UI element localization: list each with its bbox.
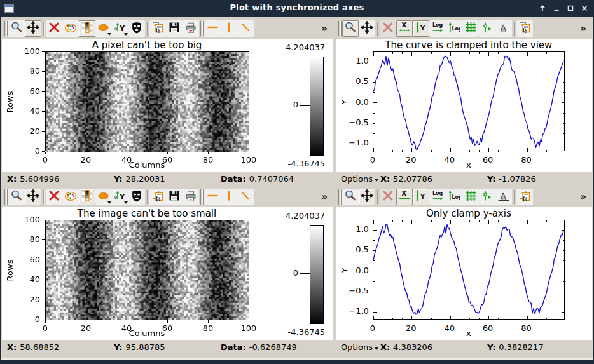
options-menu-button[interactable]: Options <box>341 174 380 184</box>
y-tick-label: −1.0 <box>343 306 369 316</box>
pan-button[interactable] <box>359 189 375 205</box>
vertical-cursor-button[interactable] <box>221 189 237 205</box>
grid-icon <box>464 21 477 36</box>
curve-markers-button[interactable] <box>479 189 495 205</box>
grid-icon <box>464 189 477 204</box>
toolbar-handle[interactable] <box>340 189 342 205</box>
save-button[interactable] <box>166 20 183 37</box>
x-log-scale-button[interactable]: Log <box>429 20 446 37</box>
copy-to-clipboard-button[interactable] <box>149 189 166 205</box>
toolbar-separator <box>147 22 148 36</box>
contrast-adjust-button[interactable] <box>79 189 95 205</box>
image-canvas[interactable] <box>46 220 249 320</box>
horizontal-cursor-button[interactable] <box>204 20 221 37</box>
delete-item-button[interactable] <box>380 20 396 37</box>
toolbar-overflow-button[interactable]: » <box>315 23 333 34</box>
status-item-label: Y: <box>114 174 122 184</box>
print-button[interactable] <box>183 20 199 37</box>
plot-toolbar: X Y Log Log » <box>336 186 592 207</box>
toolbar-handle[interactable] <box>202 189 204 205</box>
average-cross-section-button[interactable]: 0 Y <box>112 20 128 37</box>
options-menu-button[interactable]: Options <box>341 342 380 352</box>
curve-antialiasing-button[interactable] <box>495 189 512 205</box>
toolbar-handle[interactable] <box>202 21 204 36</box>
save-button[interactable] <box>166 189 183 205</box>
image-mask-button[interactable] <box>128 20 145 37</box>
vertical-cursor-button[interactable] <box>221 20 237 37</box>
toolbar-handle[interactable] <box>338 189 339 205</box>
x-axis-autoscale-button[interactable]: X <box>396 20 413 37</box>
image-canvas[interactable] <box>46 52 249 152</box>
minimize-button[interactable] <box>551 4 561 13</box>
oblique-cursor-button[interactable] <box>237 20 254 37</box>
delete-item-button[interactable] <box>380 189 396 205</box>
toolbar-overflow-button[interactable]: » <box>315 191 333 203</box>
grid-button[interactable] <box>462 20 479 37</box>
print-button[interactable] <box>183 189 199 205</box>
toolbar-handle[interactable] <box>340 21 342 36</box>
pan-button[interactable] <box>25 20 41 37</box>
horizontal-cursor-button[interactable] <box>204 189 221 205</box>
colorbar[interactable] <box>310 225 324 324</box>
rectangle-zoom-button[interactable] <box>342 189 359 205</box>
image-mask-button[interactable] <box>128 189 145 205</box>
plot-toolbar: X Y Log Log » <box>336 18 592 39</box>
toolbar-overflow-button[interactable]: » <box>574 23 592 34</box>
rectangle-zoom-button[interactable] <box>8 189 25 205</box>
pan-button[interactable] <box>25 189 41 205</box>
toolbar-overflow-button[interactable]: » <box>574 191 592 203</box>
x-tickmark <box>167 152 168 154</box>
delete-item-button[interactable] <box>46 20 62 37</box>
x-axis-label: Columns <box>45 160 249 170</box>
curve-canvas[interactable] <box>373 52 565 152</box>
y-tick-label: 60 <box>16 255 40 264</box>
colorbar-max-label: 4.204037 <box>261 211 325 220</box>
copy-to-clipboard-button[interactable] <box>516 189 533 205</box>
toolbar-handle[interactable] <box>338 21 339 36</box>
y-log-scale-button[interactable]: Log <box>446 189 462 205</box>
toolbar-handle[interactable] <box>4 189 5 205</box>
x-axis-autoscale-button[interactable]: X <box>396 189 413 205</box>
y-tick-label: 40 <box>16 106 40 116</box>
maximize-button[interactable] <box>565 4 575 13</box>
titlebar[interactable]: Plot with synchronized axes <box>0 0 594 17</box>
y-tick-label: 1.0 <box>343 56 369 65</box>
oblique-cursor-button[interactable] <box>237 189 254 205</box>
contrast-adjust-button[interactable] <box>79 20 95 37</box>
copy-to-clipboard-button[interactable] <box>149 20 166 37</box>
keep-above-button[interactable] <box>537 4 547 13</box>
toolbar-separator <box>43 190 44 204</box>
toolbar-handle[interactable] <box>4 21 5 36</box>
copy-to-clipboard-button[interactable] <box>516 20 533 37</box>
status-item-label: Y: <box>487 342 495 352</box>
logy-icon: Log <box>448 189 460 204</box>
image-plot-area: A pixel can't be too big0204060801000204… <box>2 39 333 172</box>
y-axis-label: Rows <box>5 83 15 121</box>
y-log-scale-button[interactable]: Log <box>446 20 462 37</box>
image-panel-2: 0 Y »The image can't be too small0204060… <box>2 186 333 354</box>
x-tickmark <box>127 152 127 154</box>
delete-item-button[interactable] <box>46 189 62 205</box>
cross-section-button[interactable] <box>95 20 112 37</box>
cross-section-button[interactable] <box>95 189 112 205</box>
x-log-scale-button[interactable]: Log <box>429 189 446 205</box>
rectangle-zoom-button[interactable] <box>8 20 25 37</box>
y-axis-autoscale-button[interactable]: Y <box>413 189 429 205</box>
curve-canvas[interactable] <box>373 220 565 320</box>
toolbar-handle[interactable] <box>200 189 201 205</box>
colorbar[interactable] <box>310 57 324 156</box>
toolbar-handle[interactable] <box>6 189 8 205</box>
toolbar-handle[interactable] <box>6 21 8 36</box>
colormap-button[interactable] <box>62 189 79 205</box>
curve-markers-button[interactable] <box>479 20 495 37</box>
y-axis-autoscale-button[interactable]: Y <box>413 20 429 37</box>
colormap-button[interactable] <box>62 20 79 37</box>
curve-antialiasing-button[interactable] <box>495 20 512 37</box>
grid-button[interactable] <box>462 189 479 205</box>
hline-icon <box>206 189 219 204</box>
close-button[interactable] <box>579 4 589 13</box>
toolbar-handle[interactable] <box>200 21 201 36</box>
pan-button[interactable] <box>359 20 375 37</box>
rectangle-zoom-button[interactable] <box>342 20 359 37</box>
average-cross-section-button[interactable]: 0 Y <box>112 189 128 205</box>
